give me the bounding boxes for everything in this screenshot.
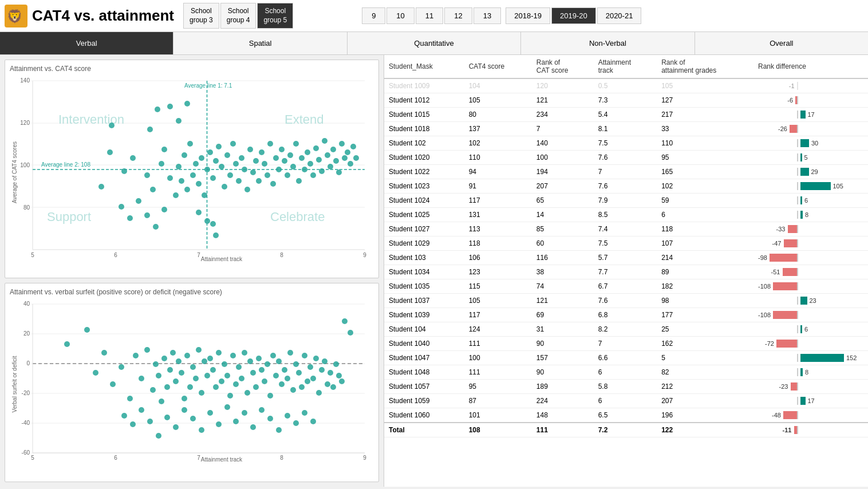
cell-rank-att: 165	[657, 165, 753, 179]
cell-rank-diff: -98	[753, 251, 868, 265]
svg-text:7: 7	[197, 252, 200, 258]
col-rank-diff: Rank difference	[753, 55, 868, 78]
chart1-title: Attainment vs. CAT4 score	[10, 65, 374, 73]
svg-point-212	[333, 361, 339, 367]
svg-point-149	[153, 361, 159, 367]
svg-point-93	[336, 169, 342, 175]
cell-rank-cat: 189	[532, 380, 594, 394]
svg-point-147	[144, 347, 150, 353]
year-tab-2019-20[interactable]: 2019-20	[551, 7, 596, 24]
svg-point-179	[239, 376, 244, 381]
number-tab-11[interactable]: 11	[416, 7, 443, 24]
cell-att-track: 6.7	[594, 279, 657, 294]
tab-overall[interactable]: Overall	[695, 32, 868, 54]
svg-point-92	[333, 158, 339, 164]
cell-att-track: 7.6	[594, 151, 657, 165]
svg-text:Average line 2: 108: Average line 2: 108	[41, 161, 90, 168]
svg-point-157	[176, 358, 182, 364]
table-row: Student 1034 123 38 7.7 89 -51	[384, 265, 868, 279]
logo-icon: 🦁	[5, 5, 27, 27]
number-tab-9[interactable]: 9	[362, 7, 385, 24]
number-tab-12[interactable]: 12	[444, 7, 472, 24]
table-row: Student 1037 105 121 7.6 98 23	[384, 294, 868, 308]
svg-point-202	[305, 378, 310, 384]
cell-att-track: 0.5	[594, 78, 657, 93]
table-row: Student 1022 94 194 7 165 29	[384, 165, 868, 179]
svg-point-69	[267, 141, 273, 147]
cell-rank-att: 107	[657, 236, 753, 251]
cell-att-track: 7	[594, 337, 657, 351]
table-row: Student 1024 117 65 7.9 59 6	[384, 194, 868, 208]
svg-point-101	[213, 232, 219, 238]
number-tab-13[interactable]: 13	[474, 7, 501, 24]
cell-rank-cat: 234	[532, 108, 594, 122]
cell-cat4: 106	[464, 251, 532, 265]
svg-point-90	[328, 164, 333, 169]
svg-point-66	[259, 149, 265, 155]
cell-att-track: 7.7	[594, 265, 657, 279]
svg-point-227	[207, 410, 213, 416]
cell-rank-diff: -108	[753, 279, 868, 294]
cell-rank-diff: 30	[753, 136, 868, 151]
tab-non-verbal[interactable]: Non-Verbal	[521, 32, 695, 54]
cell-att-track: 8.2	[594, 322, 657, 337]
tab-spatial[interactable]: Spatial	[173, 32, 347, 54]
svg-point-105	[127, 215, 133, 221]
svg-point-169	[210, 367, 216, 373]
school-group-tab-4[interactable]: Schoolgroup 4	[220, 3, 257, 29]
svg-point-78	[293, 141, 299, 147]
svg-point-165	[199, 390, 204, 396]
cell-student: Student 1025	[384, 208, 464, 222]
cell-student: Student 102	[384, 136, 464, 151]
svg-point-39	[182, 152, 187, 158]
cell-student: Student 1020	[384, 151, 464, 165]
cell-rank-att: 59	[657, 194, 753, 208]
school-group-tab-3[interactable]: Schoolgroup 3	[183, 3, 219, 29]
svg-point-178	[236, 364, 242, 370]
svg-point-65	[256, 178, 262, 184]
svg-point-192	[276, 358, 282, 364]
tab-quantitative[interactable]: Quantitative	[348, 32, 521, 54]
svg-text:9: 9	[363, 455, 366, 461]
year-tab-2020-21[interactable]: 2020-21	[597, 7, 642, 24]
svg-point-67	[262, 161, 267, 167]
col-rank-att: Rank ofattainment grades	[657, 55, 753, 78]
svg-point-31	[144, 172, 150, 178]
tab-verbal[interactable]: Verbal	[0, 32, 173, 54]
year-tab-2018-19[interactable]: 2018-19	[506, 7, 550, 24]
svg-point-153	[164, 384, 170, 390]
cell-att-track: 7	[594, 165, 657, 179]
cell-cat4: 117	[464, 194, 532, 208]
cell-rank-att: 212	[657, 380, 753, 394]
header: 🦁 CAT4 vs. attainment Schoolgroup 3 Scho…	[0, 0, 868, 32]
cell-rank-cat: 7	[532, 122, 594, 136]
cell-rank-att: 196	[657, 408, 753, 423]
svg-point-221	[156, 433, 161, 439]
svg-point-180	[242, 350, 247, 356]
table-wrapper[interactable]: Student_Mask CAT4 score Rank ofCAT score…	[384, 55, 868, 487]
svg-text:8: 8	[280, 455, 283, 461]
cell-att-track: 5.8	[594, 380, 657, 394]
svg-point-59	[239, 155, 244, 161]
school-group-tab-5[interactable]: Schoolgroup 5	[257, 3, 293, 29]
cell-rank-diff: 152	[753, 351, 868, 365]
svg-point-87	[319, 168, 325, 174]
number-tab-10[interactable]: 10	[386, 7, 414, 24]
cell-rank-att: 102	[657, 179, 753, 194]
svg-point-77	[290, 164, 296, 169]
cell-rank-diff: -1	[753, 78, 868, 93]
svg-point-168	[207, 356, 213, 361]
cell-rank-cat: 65	[532, 194, 594, 208]
cell-rank-att: 214	[657, 251, 753, 265]
svg-point-68	[265, 172, 270, 178]
cell-rank-diff: -108	[753, 308, 868, 322]
cell-rank-att: 95	[657, 151, 753, 165]
cell-cat4: 101	[464, 408, 532, 423]
svg-point-182	[247, 358, 253, 364]
svg-point-73	[279, 147, 285, 152]
svg-point-43	[193, 161, 199, 167]
cell-cat4: 123	[464, 265, 532, 279]
total-rank-att: 122	[657, 423, 753, 437]
svg-point-184	[253, 384, 259, 390]
svg-point-204	[310, 376, 316, 381]
